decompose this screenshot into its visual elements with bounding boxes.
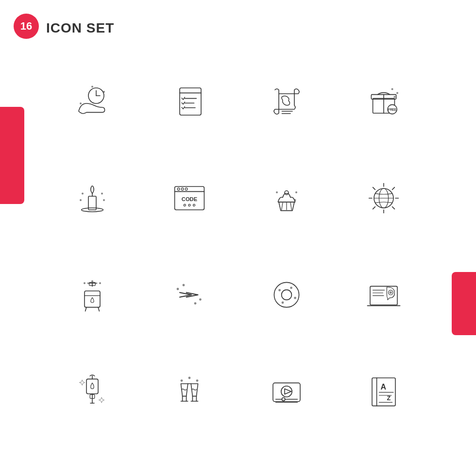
icon-oil-can	[46, 249, 138, 341]
global-sun-svg	[364, 179, 403, 218]
svg-point-0	[91, 86, 93, 88]
svg-point-21	[82, 193, 84, 195]
candle-svg	[73, 179, 112, 218]
icon-free-gift: FREE	[338, 56, 430, 148]
icon-drinks-toast	[143, 345, 236, 437]
svg-point-36	[193, 204, 195, 206]
svg-point-67	[199, 298, 202, 301]
icon-time-hand	[46, 56, 138, 148]
icon-arrow-right	[143, 249, 236, 341]
svg-point-71	[278, 289, 281, 291]
icon-donut	[240, 249, 333, 341]
free-gift-svg: FREE	[364, 82, 403, 121]
svg-point-13	[391, 88, 393, 90]
icon-map-scroll	[240, 56, 333, 148]
icon-laptop-settings	[338, 249, 430, 341]
svg-point-43	[285, 191, 289, 195]
laptop-settings-svg	[364, 275, 403, 314]
icon-code-window: CODE	[143, 153, 236, 244]
svg-point-31	[181, 188, 184, 190]
svg-line-50	[392, 187, 395, 190]
svg-line-64	[98, 307, 99, 311]
icon-checklist	[143, 56, 236, 148]
dictionary-svg: A Z	[364, 372, 403, 411]
iv-drip-svg	[73, 372, 112, 411]
red-decoration-right	[452, 272, 476, 335]
drinks-toast-svg	[170, 372, 209, 411]
svg-text:A: A	[381, 383, 387, 391]
svg-point-89	[196, 379, 199, 382]
svg-text:FREE: FREE	[388, 108, 397, 112]
svg-rect-6	[180, 88, 201, 115]
svg-point-2	[80, 102, 82, 104]
svg-rect-61	[85, 291, 100, 307]
svg-line-48	[373, 187, 375, 190]
red-decoration-left	[0, 107, 24, 204]
svg-point-101	[282, 397, 285, 400]
svg-line-40	[282, 203, 283, 210]
icon-candle	[46, 153, 138, 244]
svg-point-81	[390, 291, 391, 293]
icon-global-sun	[338, 153, 430, 244]
arrow-right-svg	[170, 275, 209, 314]
svg-point-34	[184, 204, 186, 206]
svg-point-56	[91, 280, 93, 282]
cupcake-svg	[267, 179, 306, 218]
svg-line-49	[392, 207, 395, 209]
svg-point-72	[290, 287, 292, 289]
svg-rect-103	[372, 378, 395, 406]
svg-point-38	[295, 191, 297, 193]
svg-point-70	[282, 289, 292, 300]
svg-rect-82	[86, 379, 98, 393]
svg-line-63	[85, 307, 86, 311]
icon-iv-drip	[46, 345, 138, 437]
svg-point-74	[282, 301, 284, 304]
svg-point-24	[103, 199, 105, 201]
svg-point-69	[274, 282, 299, 307]
svg-point-22	[101, 193, 103, 195]
icon-dictionary: A Z	[338, 345, 430, 437]
icon-video-player	[240, 345, 333, 437]
svg-point-32	[185, 188, 187, 190]
svg-point-35	[188, 204, 190, 206]
svg-line-42	[290, 203, 291, 210]
svg-point-73	[294, 297, 296, 299]
svg-point-30	[177, 188, 180, 190]
donut-svg	[267, 275, 306, 314]
time-hand-svg	[73, 82, 112, 121]
svg-point-37	[276, 191, 278, 193]
svg-point-23	[80, 199, 82, 201]
code-window-svg: CODE	[170, 179, 209, 218]
svg-text:CODE: CODE	[182, 197, 198, 203]
svg-point-66	[183, 284, 185, 286]
svg-point-80	[389, 290, 393, 295]
svg-point-15	[393, 96, 395, 98]
map-scroll-svg	[267, 82, 306, 121]
svg-point-57	[99, 282, 101, 284]
icon-cupcake	[240, 153, 333, 244]
svg-point-55	[84, 282, 85, 284]
video-player-svg	[267, 372, 306, 411]
svg-line-51	[373, 207, 375, 209]
svg-marker-99	[285, 389, 291, 394]
svg-point-87	[188, 376, 191, 379]
svg-point-14	[396, 92, 398, 94]
page-title: ICON SET	[46, 20, 114, 36]
svg-point-65	[177, 288, 179, 290]
oil-can-svg	[73, 275, 112, 314]
icon-grid: FREE	[46, 56, 430, 437]
checklist-svg	[170, 82, 209, 121]
svg-point-88	[181, 379, 183, 382]
svg-point-68	[194, 302, 197, 305]
badge-number: 16	[14, 14, 39, 39]
